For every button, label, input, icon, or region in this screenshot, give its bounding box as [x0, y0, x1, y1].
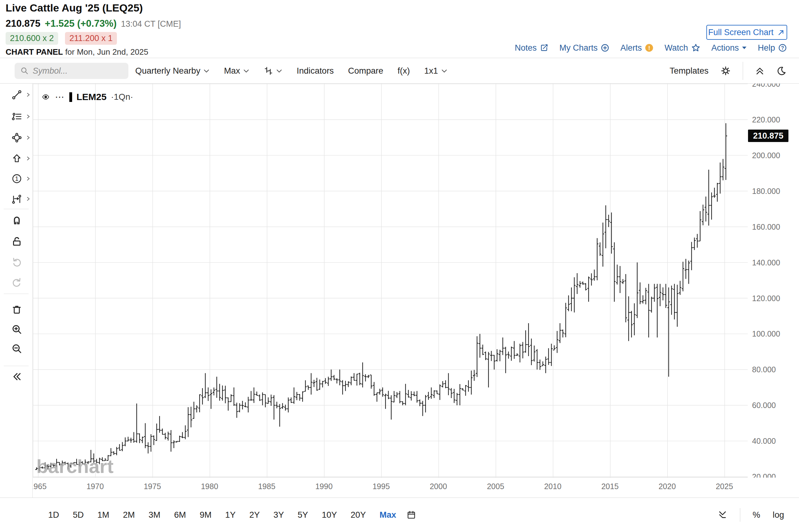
link-notes[interactable]: Notes: [515, 43, 549, 53]
zoom-out-icon[interactable]: [11, 342, 23, 355]
chart-legend: ⋯ LEM25 ·1Qn·: [41, 92, 133, 102]
note-edit-icon: [539, 43, 549, 53]
frequency-menu[interactable]: Quarterly Nearby: [135, 66, 209, 76]
y-axis-label: 60.000: [752, 401, 776, 410]
last-price: 210.875: [5, 18, 40, 29]
bid-ask-row: 210.600 x 2 211.200 x 1: [5, 32, 117, 45]
header-divider: [0, 58, 799, 58]
link-help[interactable]: Help?: [758, 43, 787, 53]
ask-quote: 211.200 x 1: [65, 32, 117, 45]
sidebar-divider: [4, 366, 29, 366]
x-axis-label: 2000: [430, 482, 447, 491]
link-alerts[interactable]: Alerts!: [620, 43, 654, 53]
unlock-tool-icon[interactable]: [11, 235, 23, 248]
collapse-panel-icon[interactable]: [755, 66, 765, 76]
settings-gear-icon[interactable]: [720, 65, 731, 76]
grid-layout-menu[interactable]: 1x1: [424, 66, 447, 76]
caret-solid-icon: [742, 46, 747, 50]
time-axis[interactable]: 1965197019751980198519901995200020052010…: [33, 479, 748, 495]
trend-line-tool-icon[interactable]: [11, 89, 23, 101]
panel-date-text: for Mon, Jun 2nd, 2025: [65, 47, 148, 57]
link-label: Help: [758, 43, 775, 53]
number-annotation-tool-icon[interactable]: 1: [11, 172, 23, 185]
header-links: NotesMy ChartsAlerts!WatchActionsHelp?: [515, 43, 787, 53]
toolbar-right: Templates: [670, 62, 786, 80]
chart-plot-area[interactable]: ⋯ LEM25 ·1Qn· barchart: [33, 83, 748, 478]
bar-type-menu[interactable]: [264, 66, 282, 76]
range-menu[interactable]: Max: [224, 66, 249, 76]
x-axis-label: 2005: [487, 482, 504, 491]
expand-caret-icon[interactable]: [26, 113, 31, 118]
calendar-icon[interactable]: [407, 510, 416, 519]
shape-tools-icon[interactable]: [11, 131, 23, 144]
caret-down-icon: [441, 69, 447, 73]
templates-menu[interactable]: Templates: [670, 66, 708, 76]
arrow-ne-icon: [777, 28, 785, 36]
range-button-5d[interactable]: 5D: [73, 510, 83, 520]
menu-label: 1x1: [424, 66, 438, 76]
y-axis-label: 120.000: [752, 294, 780, 303]
expand-caret-icon[interactable]: [26, 196, 31, 201]
link-actions[interactable]: Actions: [711, 43, 747, 53]
delete-drawings-icon[interactable]: [11, 303, 23, 316]
expand-caret-icon[interactable]: [26, 92, 31, 97]
symbol-search[interactable]: [15, 63, 128, 79]
menu-label: Max: [224, 66, 240, 76]
x-axis-label: 2015: [601, 482, 619, 491]
magnet-tool-icon[interactable]: [11, 214, 23, 227]
zoom-in-icon[interactable]: [11, 323, 23, 336]
range-button-3y[interactable]: 3Y: [274, 510, 284, 520]
menu-label: f(x): [398, 66, 410, 76]
eye-icon[interactable]: [41, 93, 51, 101]
log-scale-button[interactable]: log: [773, 510, 784, 520]
y-axis-label: 40.000: [752, 436, 776, 445]
series-color-swatch: [69, 92, 72, 102]
range-button-10y[interactable]: 10Y: [322, 510, 337, 520]
range-button-20y[interactable]: 20Y: [351, 510, 366, 520]
quote-time: 13:04 CT [CME]: [121, 19, 181, 29]
expand-caret-icon[interactable]: [26, 175, 31, 180]
range-button-1d[interactable]: 1D: [48, 510, 59, 520]
symbol-search-input[interactable]: [33, 66, 123, 76]
expand-down-icon[interactable]: [718, 510, 727, 520]
dark-mode-moon-icon[interactable]: [777, 66, 786, 76]
link-my-charts[interactable]: My Charts: [559, 43, 610, 53]
range-button-3m[interactable]: 3M: [149, 510, 161, 520]
range-button-2y[interactable]: 2Y: [249, 510, 260, 520]
collapse-toolbar-icon[interactable]: [11, 370, 23, 383]
indicators-menu[interactable]: Indicators: [297, 66, 334, 76]
range-button-5y[interactable]: 5Y: [298, 510, 308, 520]
expressions-menu[interactable]: f(x): [398, 66, 410, 76]
legend-more-icon[interactable]: ⋯: [55, 94, 65, 100]
caret-down-icon: [276, 69, 282, 73]
x-axis-label: 1975: [144, 482, 161, 491]
range-button-6m[interactable]: 6M: [174, 510, 186, 520]
expand-caret-icon[interactable]: [26, 135, 31, 139]
compare-menu[interactable]: Compare: [348, 66, 383, 76]
price-axis[interactable]: 210.875 240.000220.000200.000180.000160.…: [748, 83, 799, 478]
undo-icon: [11, 256, 23, 268]
line-tools-icon[interactable]: [11, 110, 23, 123]
range-button-max[interactable]: Max: [379, 510, 396, 520]
y-axis-label: 80.000: [752, 365, 776, 374]
last-price-axis-label: 210.875: [748, 130, 788, 142]
x-axis-label: 1985: [258, 482, 276, 491]
y-axis-label: 240.000: [752, 83, 780, 89]
x-axis-label: 1970: [87, 482, 104, 491]
range-button-2m[interactable]: 2M: [123, 510, 135, 520]
range-toolbar-right: % log: [718, 508, 784, 522]
link-watch[interactable]: Watch: [664, 43, 701, 53]
redo-icon: [11, 276, 23, 288]
arrow-tools-icon[interactable]: [11, 152, 23, 165]
range-button-9m[interactable]: 9M: [200, 510, 211, 520]
full-screen-chart-button[interactable]: Full Screen Chart: [706, 25, 787, 40]
quote-line: 210.875 +1.525 (+0.73%) 13:04 CT [CME]: [5, 18, 181, 29]
expand-caret-icon[interactable]: [26, 155, 31, 160]
price-change: +1.525 (+0.73%): [45, 18, 116, 29]
percent-scale-button[interactable]: %: [753, 510, 760, 520]
ohlc-chart[interactable]: [33, 83, 748, 478]
range-button-1y[interactable]: 1Y: [225, 510, 236, 520]
measure-tool-icon[interactable]: [11, 193, 23, 205]
bid-quote: 210.600 x 2: [5, 32, 58, 45]
range-button-1m[interactable]: 1M: [97, 510, 109, 520]
